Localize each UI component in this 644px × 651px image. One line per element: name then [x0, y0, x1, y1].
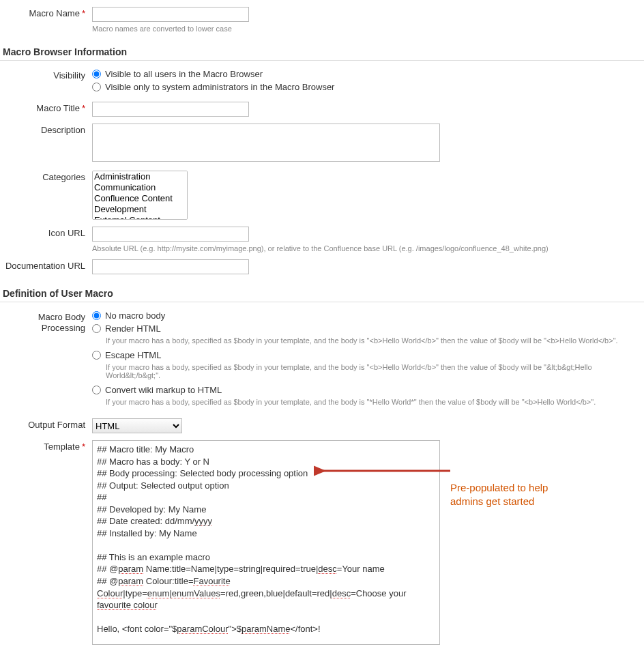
icon-url-label: Icon URL [0, 225, 92, 238]
output-format-label: Output Format [0, 417, 92, 430]
doc-url-label: Documentation URL [0, 258, 92, 271]
macro-title-label: Macro Title* [0, 100, 92, 113]
section-browser-info: Macro Browser Information [0, 42, 644, 61]
categories-select[interactable]: Administration Communication Confluence … [92, 171, 188, 220]
visibility-radio-admins[interactable] [92, 83, 101, 91]
macro-name-input[interactable] [92, 7, 249, 22]
body-processing-radio-wiki[interactable] [92, 386, 101, 394]
description-input[interactable] [92, 124, 440, 162]
body-processing-option-render: Render HTML [105, 323, 161, 334]
categories-label: Categories [0, 169, 92, 182]
section-definition: Definition of User Macro [0, 284, 644, 302]
visibility-option-admins: Visible only to system administrators in… [105, 82, 334, 92]
annotation-arrow-icon [314, 461, 457, 481]
doc-url-input[interactable] [92, 259, 249, 274]
visibility-radio-all[interactable] [92, 70, 101, 78]
annotation-text: Pre-populated to help admins get started [450, 481, 587, 508]
icon-url-input[interactable] [92, 227, 249, 242]
body-processing-label: Macro Body Processing [0, 309, 92, 333]
output-format-select[interactable]: HTML [92, 418, 182, 433]
body-processing-hint-render: If your macro has a body, specified as $… [106, 336, 644, 345]
body-processing-radio-escape[interactable] [92, 351, 101, 360]
body-processing-hint-escape: If your macro has a body, specified as $… [106, 363, 644, 379]
icon-url-hint: Absolute URL (e.g. http://mysite.com/myi… [92, 244, 644, 252]
template-label: Template* [0, 439, 92, 452]
visibility-option-all: Visible to all users in the Macro Browse… [105, 69, 263, 79]
macro-name-label: Macro Name* [0, 5, 92, 18]
body-processing-radio-render[interactable] [92, 324, 101, 333]
macro-name-hint: Macro names are converted to lower case [92, 25, 644, 33]
body-processing-hint-wiki: If your macro has a body, specified as $… [106, 398, 644, 406]
body-processing-option-none: No macro body [105, 310, 165, 321]
body-processing-option-escape: Escape HTML [105, 350, 161, 360]
description-label: Description [0, 122, 92, 135]
body-processing-radio-none[interactable] [92, 311, 101, 320]
macro-title-input[interactable] [92, 102, 249, 117]
visibility-label: Visibility [0, 68, 92, 81]
body-processing-option-wiki: Convert wiki markup to HTML [105, 385, 222, 395]
